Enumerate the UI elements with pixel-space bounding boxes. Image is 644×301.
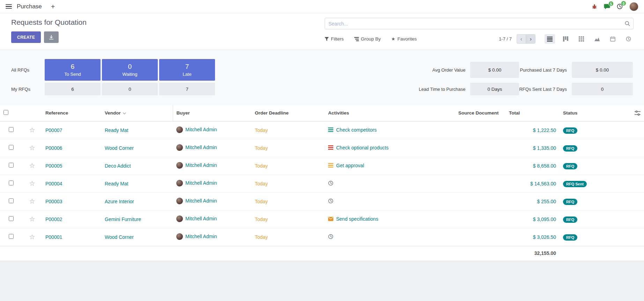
- activity-cell[interactable]: Send specifications: [328, 216, 378, 222]
- table-row[interactable]: P00001 Wood Corner Mitchell Admin Today …: [0, 228, 644, 246]
- reference-link[interactable]: P00003: [45, 199, 62, 204]
- vendor-link[interactable]: Wood Corner: [105, 234, 134, 240]
- filters-button[interactable]: Filters: [325, 36, 344, 42]
- reference-link[interactable]: P00005: [45, 163, 62, 169]
- table-row[interactable]: P00004 Ready Mat Mitchell Admin Today $ …: [0, 175, 644, 192]
- column-header-activities[interactable]: Activities: [325, 105, 455, 121]
- row-checkbox[interactable]: [9, 198, 14, 203]
- kpi-my-waiting[interactable]: 0: [102, 83, 158, 95]
- buyer-link[interactable]: Mitchell Admin: [185, 216, 217, 221]
- vendor-link[interactable]: Wood Corner: [105, 145, 134, 151]
- reference-link[interactable]: P00001: [45, 234, 62, 240]
- row-checkbox[interactable]: [9, 216, 14, 221]
- reference-link[interactable]: P00006: [45, 145, 62, 151]
- vendor-link[interactable]: Ready Mat: [105, 181, 128, 186]
- column-header-status[interactable]: Status: [560, 105, 612, 121]
- apps-menu-icon[interactable]: [6, 4, 12, 9]
- list-icon: [328, 127, 333, 132]
- table-row[interactable]: P00005 Deco Addict Mitchell Admin Today …: [0, 157, 644, 175]
- activity-link[interactable]: Check optional products: [336, 145, 388, 150]
- order-deadline-value[interactable]: Today: [255, 216, 268, 222]
- activity-clock-icon[interactable]: 0: [617, 3, 623, 9]
- activity-link[interactable]: Get approval: [336, 163, 364, 168]
- order-deadline-value[interactable]: Today: [255, 127, 268, 133]
- reference-link[interactable]: P00007: [45, 127, 62, 133]
- bug-icon[interactable]: [592, 4, 597, 9]
- favorites-button[interactable]: Favorites: [391, 36, 417, 42]
- row-checkbox[interactable]: [9, 127, 14, 132]
- buyer-link[interactable]: Mitchell Admin: [185, 234, 217, 239]
- kpi-waiting[interactable]: 0 Waiting: [102, 59, 158, 81]
- search-input[interactable]: [325, 18, 634, 29]
- table-row[interactable]: P00007 Ready Mat Mitchell Admin Today Ch…: [0, 121, 644, 139]
- buyer-link[interactable]: Mitchell Admin: [185, 180, 217, 186]
- export-button[interactable]: [44, 31, 59, 43]
- list-view-icon[interactable]: [545, 34, 555, 44]
- create-button[interactable]: CREATE: [11, 31, 41, 43]
- mail-icon: [328, 217, 333, 221]
- plus-icon[interactable]: [51, 3, 55, 10]
- buyer-link[interactable]: Mitchell Admin: [185, 127, 217, 132]
- table-row[interactable]: P00006 Wood Corner Mitchell Admin Today …: [0, 139, 644, 157]
- column-header-order-deadline[interactable]: Order Deadline: [251, 105, 325, 121]
- column-header-reference[interactable]: Reference: [42, 105, 101, 121]
- favorite-star-icon[interactable]: [29, 198, 35, 205]
- reference-link[interactable]: P00004: [45, 181, 62, 186]
- row-checkbox[interactable]: [9, 145, 14, 150]
- column-header-vendor[interactable]: Vendor: [101, 105, 173, 121]
- user-avatar[interactable]: [629, 2, 638, 11]
- activity-cell[interactable]: [328, 198, 336, 204]
- favorite-star-icon[interactable]: [29, 144, 35, 152]
- order-deadline-value[interactable]: Today: [255, 234, 268, 240]
- column-header-buyer[interactable]: Buyer: [173, 105, 251, 121]
- row-checkbox[interactable]: [9, 234, 14, 239]
- vendor-link[interactable]: Azure Interior: [105, 199, 134, 204]
- row-checkbox[interactable]: [9, 181, 14, 185]
- buyer-link[interactable]: Mitchell Admin: [185, 145, 217, 150]
- pager-previous-button[interactable]: [517, 34, 526, 44]
- order-deadline-value[interactable]: Today: [255, 181, 268, 186]
- activity-view-icon[interactable]: [623, 34, 634, 44]
- select-all-checkbox[interactable]: [3, 110, 8, 115]
- activity-link[interactable]: Check competitors: [336, 127, 377, 133]
- favorite-star-icon[interactable]: [29, 215, 35, 223]
- activity-cell[interactable]: Get approval: [328, 163, 364, 168]
- favorite-star-icon[interactable]: [29, 162, 35, 169]
- row-checkbox[interactable]: [9, 163, 14, 168]
- order-deadline-value[interactable]: Today: [255, 163, 268, 169]
- column-header-total[interactable]: Total: [505, 105, 560, 121]
- messages-icon[interactable]: 5: [604, 4, 610, 9]
- activity-cell[interactable]: Check optional products: [328, 145, 388, 150]
- calendar-view-icon[interactable]: [607, 34, 618, 44]
- vendor-link[interactable]: Gemini Furniture: [105, 216, 141, 222]
- kpi-late[interactable]: 7 Late: [159, 59, 215, 81]
- graph-view-icon[interactable]: [592, 34, 602, 44]
- kpi-my-late[interactable]: 7: [159, 83, 215, 95]
- optional-columns-icon[interactable]: [635, 111, 641, 116]
- vendor-link[interactable]: Ready Mat: [105, 127, 128, 133]
- order-deadline-value[interactable]: Today: [255, 145, 268, 151]
- favorite-star-icon[interactable]: [29, 180, 35, 187]
- activity-cell[interactable]: Check competitors: [328, 127, 377, 133]
- buyer-link[interactable]: Mitchell Admin: [185, 162, 217, 168]
- activity-cell[interactable]: [328, 181, 336, 186]
- pivot-view-icon[interactable]: [576, 34, 586, 44]
- activity-link[interactable]: Send specifications: [336, 216, 378, 222]
- search-icon[interactable]: [625, 21, 630, 26]
- table-row[interactable]: P00003 Azure Interior Mitchell Admin Tod…: [0, 192, 644, 210]
- buyer-link[interactable]: Mitchell Admin: [185, 198, 217, 204]
- reference-link[interactable]: P00002: [45, 216, 62, 222]
- activity-cell[interactable]: [328, 234, 336, 239]
- table-row[interactable]: P00002 Gemini Furniture Mitchell Admin T…: [0, 210, 644, 228]
- order-deadline-value[interactable]: Today: [255, 199, 268, 204]
- pager-next-button[interactable]: [526, 34, 535, 44]
- kanban-view-icon[interactable]: [560, 34, 571, 44]
- favorite-star-icon[interactable]: [29, 126, 35, 134]
- vendor-link[interactable]: Deco Addict: [105, 163, 131, 169]
- kpi-my-to-send[interactable]: 6: [45, 83, 101, 95]
- app-name[interactable]: Purchase: [17, 3, 42, 10]
- column-header-source-document[interactable]: Source Document: [455, 105, 505, 121]
- group-by-button[interactable]: Group By: [354, 36, 381, 42]
- favorite-star-icon[interactable]: [29, 233, 35, 241]
- kpi-to-send[interactable]: 6 To Send: [45, 59, 101, 81]
